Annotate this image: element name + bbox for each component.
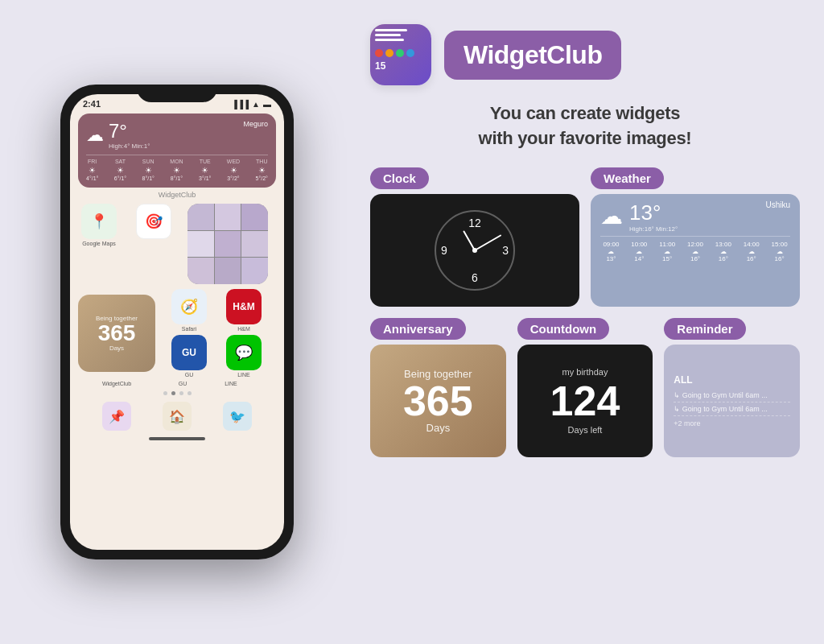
dot-2-active xyxy=(171,391,175,395)
apps-row-1: 📍 Google Maps 🎯 xyxy=(70,200,284,287)
wifi-icon: ▲ xyxy=(252,100,260,109)
icon-line-2 xyxy=(375,34,401,36)
line-app[interactable]: 💬 LINE xyxy=(223,335,265,378)
app-header: 15 WidgetClub xyxy=(370,24,800,85)
status-icons: ▐▐▐ ▲ ▬ xyxy=(232,100,271,109)
line-bottom-label: LINE xyxy=(210,381,252,386)
icon-colored-dots xyxy=(375,49,426,57)
wp-day-5: 13:00☁16° xyxy=(712,241,734,262)
icon-15-text: 15 xyxy=(375,60,426,72)
wp-day-6: 14:00☁16° xyxy=(740,241,762,262)
wp-day-1: 09:00☁13° xyxy=(600,241,622,262)
icon-lines xyxy=(375,29,426,41)
dock-icon-2: 🏠 xyxy=(163,402,192,431)
hm-icon: H&M xyxy=(226,289,262,324)
safari-label: Safari xyxy=(168,326,210,332)
gu-label: GU xyxy=(168,372,210,378)
phone-time: 2:41 xyxy=(83,99,101,109)
icon-line-1 xyxy=(375,29,407,31)
red-dot xyxy=(375,49,383,57)
phone-screen: 2:41 ▐▐▐ ▲ ▬ ☁ 7° High:4° Min:1° xyxy=(70,94,284,550)
line-icon: 💬 xyxy=(226,335,262,370)
weather-preview: ☁ 13° High:16° Min:12° Ushiku 09:00☁13° … xyxy=(591,194,800,307)
cp-days-left: Days left xyxy=(568,425,603,435)
cp-sublabel: my birthday xyxy=(562,367,608,377)
phone-weather-temp: 7° xyxy=(109,120,150,142)
phone-anniv-number: 365 xyxy=(98,322,136,345)
countdown-category: Countdown my birthday 124 Days left xyxy=(517,318,653,457)
widget-row-2: Anniversary Being together 365 Days Coun… xyxy=(370,318,800,457)
small-apps-col1: 🧭 Safari GU GU xyxy=(168,289,210,378)
photo-widget-display xyxy=(187,204,268,284)
right-panel: 15 WidgetClub You can create widgets wit… xyxy=(354,0,824,644)
app-icon-content: 15 xyxy=(375,29,426,72)
clock-preview: 12 3 6 9 xyxy=(370,194,579,307)
page-dots xyxy=(70,391,284,395)
app-name-badge: WidgetClub xyxy=(444,31,621,80)
signal-icon: ▐▐▐ xyxy=(232,100,249,109)
google-maps-app[interactable]: 📍 Google Maps xyxy=(78,204,120,246)
phone-weather-details: High:4° Min:1° xyxy=(109,142,150,150)
reminder-preview: ALL ↳ Going to Gym Until 6am ... ↳ Going… xyxy=(664,345,800,457)
wp-location: Ushiku xyxy=(765,200,790,209)
dot-1 xyxy=(163,391,167,395)
wp-day-4: 12:00☁16° xyxy=(685,241,707,262)
phone-notch xyxy=(137,85,217,102)
icon-line-3 xyxy=(375,39,404,41)
hm-label: H&M xyxy=(223,326,265,332)
blue-dot xyxy=(406,49,414,57)
anniversary-label: Anniversary xyxy=(370,318,466,340)
widgetclub-bottom-label: WidgetClub xyxy=(78,381,155,386)
wp-top-row: ☁ 13° High:16° Min:12° Ushiku xyxy=(600,200,790,233)
clock-12: 12 xyxy=(468,217,481,229)
google-maps-icon: 📍 xyxy=(81,204,117,239)
wp-temp: 13° xyxy=(629,200,678,225)
phone-anniv-days: Days xyxy=(109,345,124,352)
safari-app[interactable]: 🧭 Safari xyxy=(168,289,210,332)
clock-label: Clock xyxy=(370,167,429,189)
reminder-label: Reminder xyxy=(664,318,745,340)
wp-forecast-row: 09:00☁13° 10:00☁14° 11:00☁15° 12:00☁16° … xyxy=(600,236,790,262)
widget-club-label: WidgetClub xyxy=(70,191,284,199)
phone-anniv-being: Being together xyxy=(96,315,138,322)
clock-9: 9 xyxy=(441,244,447,257)
gu-app[interactable]: GU GU xyxy=(168,335,210,378)
target-icon-app[interactable]: 🎯 xyxy=(133,204,175,241)
tagline-line2: with your favorite images! xyxy=(370,126,800,151)
clock-face: 12 3 6 9 xyxy=(435,210,515,291)
bottom-dock: 📌 🏠 🐦 xyxy=(70,398,284,434)
apps-row-2: Being together 365 Days 🧭 Safari GU GU xyxy=(70,287,284,379)
widgetclub-app-icon: 15 xyxy=(370,24,431,85)
orange-dot xyxy=(385,49,393,57)
rp-more: +2 more xyxy=(674,419,790,427)
wp-details: High:16° Min:12° xyxy=(629,225,678,233)
wp-day-2: 10:00☁14° xyxy=(628,241,650,262)
clock-category: Clock 12 3 6 9 xyxy=(370,167,579,307)
phone-weather-widget: ☁ 7° High:4° Min:1° Meguro FRI☀4°/1° SAT… xyxy=(78,114,276,188)
rp-item-1: ↳ Going to Gym Until 6am ... xyxy=(674,389,790,402)
phone-cloud-icon: ☁ xyxy=(86,125,104,146)
weather-category: Weather ☁ 13° High:16° Min:12° Ushiku xyxy=(591,167,800,307)
reminder-category: Reminder ALL ↳ Going to Gym Until 6am ..… xyxy=(664,318,800,457)
ap-days: Days xyxy=(426,422,451,434)
anniversary-category: Anniversary Being together 365 Days xyxy=(370,318,506,457)
google-maps-label: Google Maps xyxy=(78,241,120,246)
gu-icon: GU xyxy=(171,335,207,370)
safari-icon: 🧭 xyxy=(171,289,207,324)
phone-home-bar xyxy=(149,437,205,440)
cp-number: 124 xyxy=(550,380,620,422)
countdown-label: Countdown xyxy=(517,318,609,340)
rp-item-2: ↳ Going to Gym Until 6am ... xyxy=(674,402,790,416)
dock-icon-1: 📌 xyxy=(102,402,131,431)
clock-center xyxy=(472,248,477,253)
green-dot xyxy=(396,49,404,57)
countdown-preview: my birthday 124 Days left xyxy=(517,345,653,457)
rp-all: ALL xyxy=(674,374,790,386)
wp-cloud-icon: ☁ xyxy=(600,203,623,229)
clock-3: 3 xyxy=(502,244,509,257)
phone-weather-location: Meguro xyxy=(243,120,268,128)
clock-minute-hand xyxy=(475,234,502,251)
hm-app[interactable]: H&M H&M xyxy=(223,289,265,332)
target-icon: 🎯 xyxy=(136,204,171,239)
small-apps-col2: H&M H&M 💬 LINE xyxy=(223,289,265,378)
